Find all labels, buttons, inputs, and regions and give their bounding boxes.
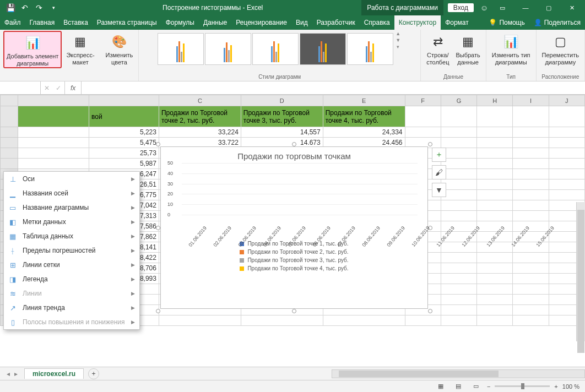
change-colors-button[interactable]: 🎨 Изменить цвета bbox=[104, 31, 136, 66]
change-colors-icon: 🎨 bbox=[110, 33, 128, 51]
chart-style-thumb[interactable] bbox=[300, 33, 346, 65]
tab-format[interactable]: Формат bbox=[441, 15, 473, 30]
tab-insert[interactable]: Вставка bbox=[59, 15, 93, 30]
select-all-cell[interactable] bbox=[1, 95, 18, 106]
chart-elements-button[interactable]: ＋ bbox=[432, 148, 446, 162]
chart-styles-button[interactable]: 🖌 bbox=[432, 165, 446, 179]
gridlines-icon: ⊞ bbox=[8, 260, 17, 269]
chevron-right-icon: ▶ bbox=[131, 291, 135, 296]
dropdown-item-data-labels[interactable]: ◧Метки данных▶ bbox=[4, 215, 139, 229]
change-chart-type-button[interactable]: 📊 Изменить тип диаграммы bbox=[490, 31, 533, 66]
data-table-icon: ▦ bbox=[8, 232, 17, 241]
chart-filters-button[interactable]: ▼ bbox=[432, 183, 446, 197]
face-icon[interactable]: ☺ bbox=[478, 2, 490, 14]
horizontal-scrollbar[interactable] bbox=[332, 369, 585, 378]
dropdown-item-updown-bars: ▯Полосы повышения и понижения▶ bbox=[4, 315, 139, 329]
quick-layout-icon: ▦ bbox=[72, 33, 89, 51]
switch-row-col-button[interactable]: ⇄ Строка/ столбец bbox=[424, 31, 451, 66]
select-data-icon: ▦ bbox=[459, 33, 477, 51]
tab-developer[interactable]: Разработчик bbox=[312, 15, 360, 30]
chart-style-thumb[interactable] bbox=[252, 33, 299, 65]
dropdown-item-axis-titles[interactable]: ▁Названия осей▶ bbox=[4, 186, 139, 200]
view-page-layout-icon[interactable]: ▤ bbox=[452, 382, 465, 391]
cancel-formula-icon[interactable]: ✕ bbox=[44, 84, 50, 92]
formula-bar: ✕ ✓ fx bbox=[0, 81, 585, 95]
undo-icon[interactable]: ↶ bbox=[19, 2, 31, 14]
move-chart-icon: ▢ bbox=[551, 33, 569, 51]
maximize-icon[interactable]: ▢ bbox=[538, 0, 560, 15]
accept-formula-icon[interactable]: ✓ bbox=[56, 84, 61, 92]
chart-x-axis[interactable]: 01.06.201902.06.201903.06.201904.06.2019… bbox=[182, 216, 418, 222]
select-data-button[interactable]: ▦ Выбрать данные bbox=[453, 31, 482, 66]
gallery-down-icon[interactable]: ▼ bbox=[394, 37, 402, 43]
sheet-tab-bar: ◂ ▸ microexcel.ru ＋ bbox=[0, 367, 585, 380]
redo-icon[interactable]: ↷ bbox=[33, 2, 45, 14]
move-chart-button[interactable]: ▢ Переместить диаграмму bbox=[540, 31, 581, 66]
zoom-slider[interactable] bbox=[495, 385, 550, 387]
zoom-level[interactable]: 100 % bbox=[562, 383, 579, 390]
login-button[interactable]: Вход bbox=[448, 3, 474, 12]
dropdown-item-axes[interactable]: ⊥Оси▶ bbox=[4, 172, 139, 186]
chart-style-thumb[interactable] bbox=[347, 33, 393, 65]
zoom-in-icon[interactable]: + bbox=[554, 383, 557, 390]
switch-row-col-icon: ⇄ bbox=[429, 33, 447, 51]
view-page-break-icon[interactable]: ▭ bbox=[469, 382, 483, 391]
tab-help[interactable]: Справка bbox=[360, 15, 394, 30]
tab-review[interactable]: Рецензирование bbox=[231, 15, 291, 30]
new-sheet-button[interactable]: ＋ bbox=[88, 368, 99, 379]
tab-design[interactable]: Конструктор bbox=[394, 15, 441, 30]
tab-nav-last-icon[interactable]: ▸ bbox=[14, 370, 18, 378]
column-header-row[interactable]: C D E F G H I J bbox=[1, 95, 585, 106]
tab-file[interactable]: Файл bbox=[0, 15, 25, 30]
quick-layout-button[interactable]: ▦ Экспресс- макет bbox=[64, 31, 96, 66]
chevron-right-icon: ▶ bbox=[131, 190, 135, 196]
sheet-tab[interactable]: microexcel.ru bbox=[24, 368, 84, 379]
zoom-out-icon[interactable]: − bbox=[487, 383, 490, 390]
gallery-up-icon[interactable]: ▲ bbox=[394, 31, 402, 36]
change-chart-type-icon: 📊 bbox=[502, 33, 520, 51]
dropdown-item-chart-title[interactable]: ▭Название диаграммы▶ bbox=[4, 200, 139, 215]
chart-styles-gallery[interactable]: ▲ ▼ ▾ bbox=[158, 31, 402, 73]
close-icon[interactable]: ✕ bbox=[561, 0, 583, 15]
minimize-icon[interactable]: — bbox=[514, 0, 537, 15]
tab-data[interactable]: Данные bbox=[199, 15, 231, 30]
fx-icon[interactable]: fx bbox=[65, 81, 82, 94]
view-normal-icon[interactable]: ▦ bbox=[434, 382, 447, 391]
contextual-tab-label: Работа с диаграммами bbox=[361, 0, 443, 15]
chevron-right-icon: ▶ bbox=[131, 248, 135, 253]
trendline-icon: ↗ bbox=[8, 303, 17, 312]
tab-formulas[interactable]: Формулы bbox=[161, 15, 199, 30]
add-chart-element-button[interactable]: 📊 Добавить элемент диаграммы bbox=[3, 31, 62, 68]
chart-title[interactable]: Продажи по торговым точкам bbox=[161, 147, 427, 163]
dropdown-item-error-bars[interactable]: ⟊Пределы погрешностей▶ bbox=[4, 243, 139, 258]
tell-me-button[interactable]: 💡Помощь bbox=[484, 15, 529, 30]
vertical-scrollbar[interactable] bbox=[576, 202, 585, 341]
embedded-chart[interactable]: Продажи по торговым точкам 01020304050 0… bbox=[160, 146, 428, 309]
tab-home[interactable]: Главная bbox=[25, 15, 59, 30]
chevron-right-icon: ▶ bbox=[131, 219, 135, 225]
gallery-more-icon[interactable]: ▾ bbox=[394, 44, 402, 50]
table-row[interactable]: 5,22333,22414,55724,334 bbox=[1, 127, 585, 138]
share-button[interactable]: 👤Поделиться bbox=[529, 15, 585, 30]
data-labels-icon: ◧ bbox=[8, 217, 17, 226]
dropdown-item-data-table[interactable]: ▦Таблица данных▶ bbox=[4, 229, 139, 243]
ribbon-tabs: Файл Главная Вставка Разметка страницы Ф… bbox=[0, 15, 585, 30]
chart-title-icon: ▭ bbox=[8, 203, 17, 212]
lightbulb-icon: 💡 bbox=[489, 19, 497, 26]
chart-style-thumb[interactable] bbox=[205, 33, 251, 65]
tab-nav-first-icon[interactable]: ◂ bbox=[7, 370, 10, 378]
tab-page-layout[interactable]: Разметка страницы bbox=[93, 15, 161, 30]
chart-plot-area[interactable]: 01020304050 bbox=[182, 163, 418, 215]
dropdown-item-trendline[interactable]: ↗Линия тренда▶ bbox=[4, 301, 139, 315]
name-box[interactable] bbox=[0, 81, 41, 94]
formula-input[interactable] bbox=[82, 81, 585, 94]
tab-view[interactable]: Вид bbox=[291, 15, 312, 30]
add-chart-element-icon: 📊 bbox=[24, 34, 41, 52]
chart-style-thumb[interactable] bbox=[158, 33, 204, 65]
dropdown-item-legend[interactable]: ◨Легенда▶ bbox=[4, 272, 139, 286]
qat-customize-icon[interactable]: ▾ bbox=[47, 2, 59, 14]
dropdown-item-gridlines[interactable]: ⊞Линии сетки▶ bbox=[4, 258, 139, 272]
ribbon-options-icon[interactable]: ▭ bbox=[491, 0, 513, 15]
save-icon[interactable]: 💾 bbox=[4, 2, 17, 14]
group-label: Стили диаграмм bbox=[258, 73, 301, 81]
